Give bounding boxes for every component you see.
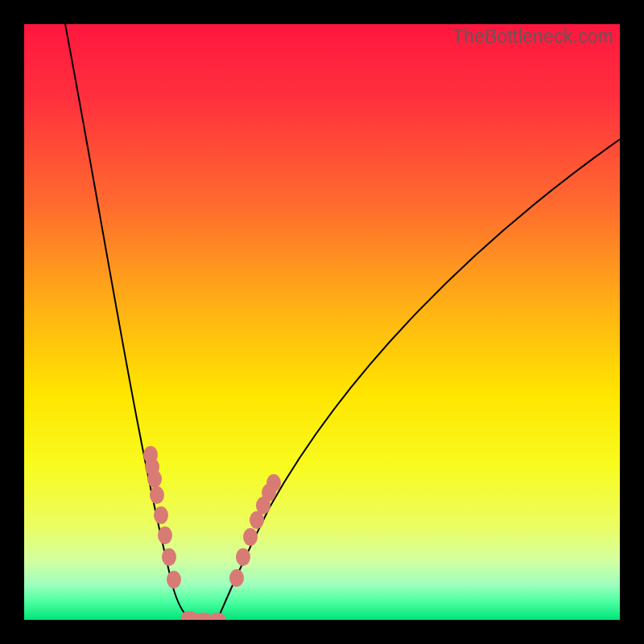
data-marker — [162, 548, 176, 566]
data-marker — [243, 528, 258, 546]
markers-flat — [181, 611, 225, 620]
data-marker — [154, 506, 168, 524]
data-marker — [236, 548, 250, 566]
curve-layer — [24, 24, 620, 620]
data-marker — [229, 569, 244, 587]
watermark-text: TheBottleneck.com — [452, 26, 613, 47]
data-marker — [209, 613, 225, 620]
curve-right-branch — [217, 139, 620, 620]
markers-left — [143, 446, 181, 588]
data-marker — [250, 511, 264, 529]
data-marker — [150, 486, 164, 504]
curve-left-branch — [65, 24, 193, 620]
plot-area: TheBottleneck.com — [24, 24, 620, 620]
data-marker — [147, 470, 162, 488]
markers-right — [229, 474, 281, 587]
data-marker — [158, 526, 172, 544]
data-marker — [167, 571, 181, 588]
